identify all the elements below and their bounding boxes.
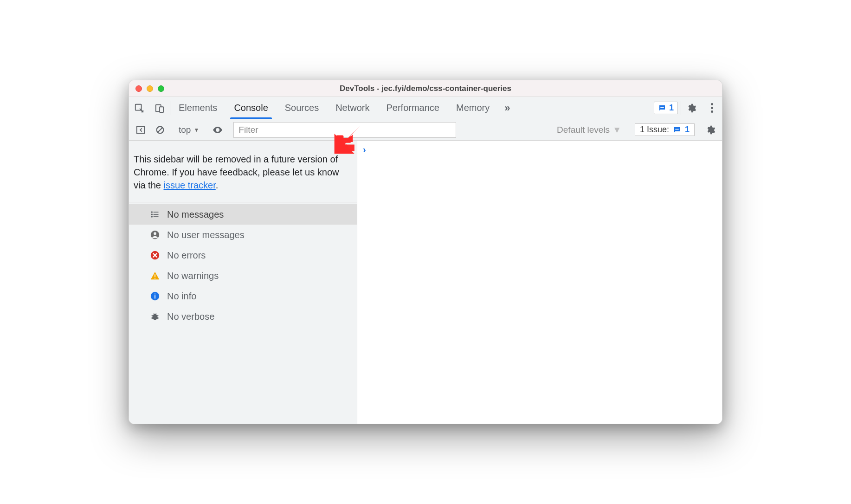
toggle-sidebar-button[interactable] (133, 122, 148, 138)
console-output[interactable]: › (357, 141, 722, 424)
context-selector[interactable]: top ▼ (176, 125, 202, 135)
dropdown-caret-icon: ▼ (193, 127, 199, 133)
tab-elements[interactable]: Elements (170, 97, 226, 119)
tab-performance[interactable]: Performance (378, 97, 448, 119)
tab-network[interactable]: Network (327, 97, 378, 119)
panel-tabs: Elements Console Sources Network Perform… (170, 97, 498, 119)
deprecation-notice: This sidebar will be removed in a future… (129, 141, 357, 202)
filter-input[interactable] (233, 122, 456, 138)
filter-verbose[interactable]: No verbose (129, 306, 357, 327)
user-icon (149, 229, 161, 240)
issues-count: 1 (685, 125, 690, 135)
svg-point-17 (151, 211, 153, 213)
filter-messages[interactable]: No messages (129, 204, 357, 225)
device-toolbar-icon[interactable] (149, 97, 170, 119)
filter-list: No messages No user messages No errors (129, 202, 357, 327)
kebab-icon (705, 103, 719, 113)
issue-tracker-link[interactable]: issue tracker (163, 180, 215, 190)
window-title: DevTools - jec.fyi/demo/css-container-qu… (129, 84, 722, 93)
filter-label: No warnings (167, 271, 219, 281)
log-levels-selector[interactable]: Default levels ▼ (557, 125, 621, 135)
tab-sources[interactable]: Sources (277, 97, 327, 119)
filter-label: No errors (167, 250, 206, 261)
devtools-window: DevTools - jec.fyi/demo/css-container-qu… (129, 80, 722, 424)
tab-memory[interactable]: Memory (448, 97, 498, 119)
filter-label: No info (167, 291, 196, 302)
filter-label: No user messages (167, 230, 245, 240)
svg-point-31 (153, 314, 158, 320)
svg-rect-3 (660, 107, 664, 108)
clear-console-button[interactable] (152, 122, 168, 138)
svg-point-21 (151, 216, 153, 217)
console-prompt-icon: › (363, 144, 366, 155)
svg-point-6 (217, 129, 219, 131)
titlebar: DevTools - jec.fyi/demo/css-container-qu… (129, 80, 722, 97)
tabs-overflow-button[interactable]: » (498, 97, 516, 119)
svg-rect-26 (155, 274, 155, 277)
context-label: top (179, 125, 191, 135)
dropdown-caret-icon: ▼ (612, 125, 621, 135)
filter-label: No messages (167, 209, 224, 220)
console-settings-button[interactable] (703, 122, 718, 138)
svg-point-19 (151, 213, 153, 215)
notice-suffix: . (216, 180, 219, 190)
filter-info[interactable]: No info (129, 286, 357, 306)
svg-rect-20 (154, 214, 159, 215)
main-toolbar: Elements Console Sources Network Perform… (129, 97, 722, 119)
svg-rect-18 (154, 212, 159, 213)
issues-indicator[interactable]: 1 Issue: 1 (635, 123, 695, 136)
tab-console[interactable]: Console (226, 97, 276, 119)
svg-rect-29 (155, 295, 155, 298)
filter-label: No verbose (167, 311, 214, 322)
console-body: This sidebar will be removed in a future… (129, 141, 722, 424)
settings-button[interactable] (681, 97, 702, 119)
svg-rect-30 (155, 294, 155, 295)
svg-rect-2 (160, 107, 163, 112)
error-icon (149, 250, 161, 261)
issues-badge[interactable]: 1 (654, 102, 678, 114)
info-icon (149, 291, 161, 302)
issues-label: 1 Issue: (640, 125, 669, 135)
filter-errors[interactable]: No errors (129, 245, 357, 265)
svg-rect-7 (675, 129, 679, 129)
warning-icon (149, 270, 161, 281)
console-sidebar: This sidebar will be removed in a future… (129, 141, 357, 424)
filter-user-messages[interactable]: No user messages (129, 225, 357, 245)
issues-badge-count: 1 (669, 103, 674, 113)
log-levels-label: Default levels (557, 125, 610, 135)
filter-warnings[interactable]: No warnings (129, 265, 357, 286)
console-toolbar: top ▼ Default levels ▼ 1 Issue: 1 (129, 119, 722, 141)
more-menu-button[interactable] (702, 97, 722, 119)
svg-point-24 (154, 232, 156, 235)
svg-rect-22 (154, 216, 159, 217)
bug-icon (149, 311, 161, 322)
svg-rect-14 (336, 144, 348, 152)
live-expression-button[interactable] (210, 122, 226, 138)
inspect-element-icon[interactable] (129, 97, 149, 119)
list-icon (149, 209, 161, 220)
svg-rect-27 (155, 278, 155, 279)
